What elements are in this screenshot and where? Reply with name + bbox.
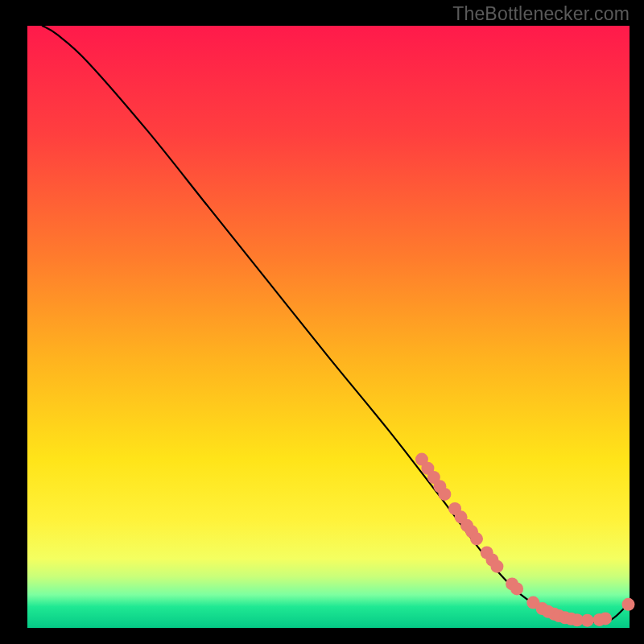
highlight-dot bbox=[581, 614, 594, 627]
highlight-dot bbox=[510, 582, 523, 595]
gradient-background bbox=[27, 26, 630, 628]
highlight-dot bbox=[438, 488, 451, 501]
highlight-dot bbox=[490, 560, 503, 573]
watermark-text: TheBottlenecker.com bbox=[452, 3, 630, 25]
highlight-dot bbox=[622, 598, 635, 611]
highlight-dot bbox=[599, 612, 612, 625]
chart-container: TheBottlenecker.com bbox=[0, 0, 644, 644]
highlight-dot bbox=[470, 532, 483, 545]
bottleneck-chart bbox=[0, 0, 644, 644]
